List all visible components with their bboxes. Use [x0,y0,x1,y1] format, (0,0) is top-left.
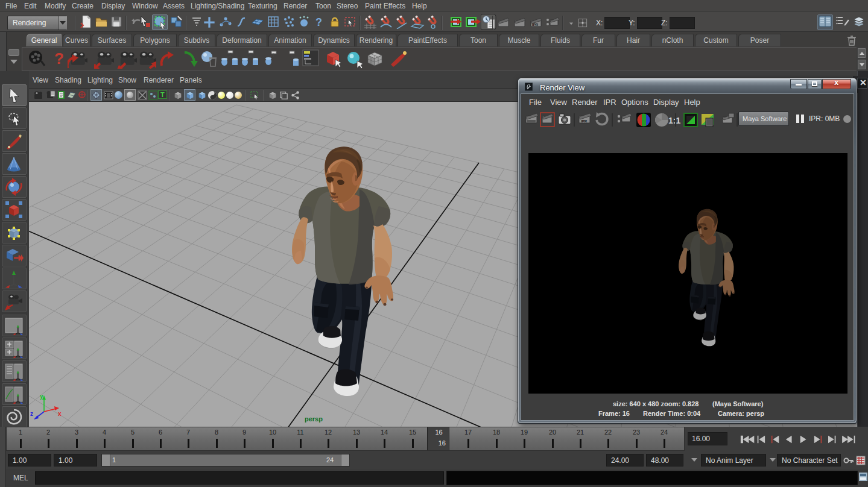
svg-text:y: y [40,393,43,400]
svg-text:persp: persp [305,415,323,423]
svg-text:?: ? [315,16,322,28]
svg-text:IPR: IPR [581,119,588,123]
svg-text:IPR: IPR [532,23,539,27]
svg-text:z: z [30,410,33,417]
svg-text:1:1: 1:1 [668,116,680,125]
svg-text:?: ? [54,49,64,68]
svg-text:x: x [58,410,62,417]
